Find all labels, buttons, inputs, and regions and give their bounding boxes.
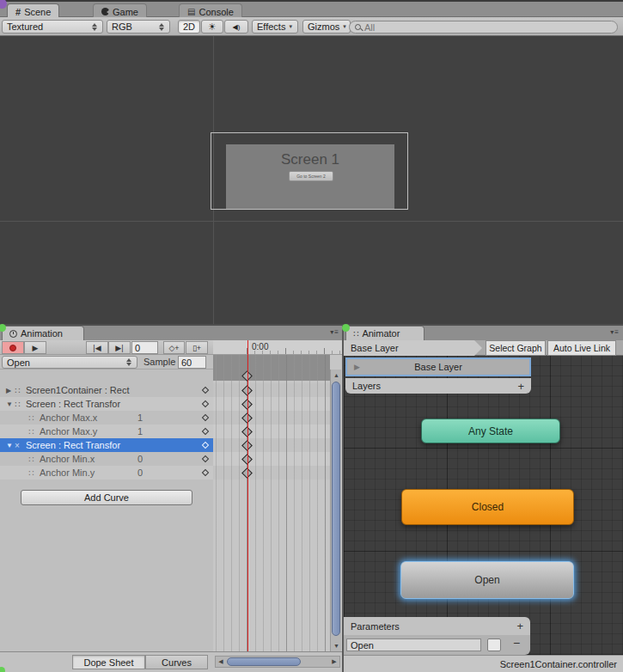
2d-toggle-button[interactable]: 2D xyxy=(178,20,200,34)
panel-menu-icon[interactable]: ▾≡ xyxy=(330,328,339,336)
updown-icon xyxy=(159,23,165,31)
anim-row-anchor-max-y[interactable]: ∷ Anchor Max.y 1 xyxy=(0,425,213,438)
scroll-left-icon[interactable]: ◀ xyxy=(216,657,226,667)
corner-dot-green xyxy=(0,667,5,672)
row-value[interactable]: 0 xyxy=(137,467,143,478)
keyframe-diamond-icon[interactable] xyxy=(202,442,209,449)
add-layer-button[interactable]: + xyxy=(517,380,524,393)
frame-input[interactable] xyxy=(132,342,157,353)
add-curve-button[interactable]: Add Curve xyxy=(21,490,192,505)
layers-bar[interactable]: Layers + xyxy=(345,378,531,394)
add-event-button[interactable]: ▯+ xyxy=(186,341,208,354)
add-parameter-button[interactable]: + xyxy=(516,620,523,632)
scrollbar-thumb[interactable] xyxy=(332,382,340,636)
timeline-row xyxy=(213,383,330,397)
keyframe-diamond-icon[interactable] xyxy=(202,414,209,421)
scroll-up-icon[interactable]: ▲ xyxy=(331,370,342,381)
state-node-open[interactable]: Open xyxy=(400,561,574,599)
tab-game-label: Game xyxy=(113,7,138,17)
tab-animation-label: Animation xyxy=(21,328,63,339)
dope-sheet-timeline[interactable]: 0:00 ▲ ▼ xyxy=(213,340,342,651)
panel-menu-icon[interactable]: ▾≡ xyxy=(610,328,620,336)
auto-live-link-button[interactable]: Auto Live Link xyxy=(547,340,616,356)
first-key-button[interactable]: |◀ xyxy=(86,341,108,354)
anim-row-anchor-min-x[interactable]: ∷ Anchor Min.x 0 xyxy=(0,452,213,466)
lighting-toggle-button[interactable]: ☀ xyxy=(201,20,223,34)
effects-dropdown[interactable]: Effects ▾ xyxy=(252,20,298,34)
add-keyframe-button[interactable]: ◇+ xyxy=(163,341,185,354)
tab-animation[interactable]: Animation xyxy=(2,326,84,340)
horizontal-scrollbar[interactable]: ◀ ▶ xyxy=(215,656,340,668)
sample-input[interactable] xyxy=(179,357,205,368)
anchor-icon: ∷ xyxy=(28,413,40,423)
anim-row-screen-rect2-selected[interactable]: ▼ × Screen : Rect Transfor xyxy=(0,438,213,452)
parameter-name-field[interactable] xyxy=(346,638,481,651)
screen1-panel[interactable]: Screen 1 Go to Screen 2 xyxy=(226,144,394,209)
timeline-row xyxy=(213,452,330,466)
clip-dropdown[interactable]: Open xyxy=(2,356,137,369)
timeline-row xyxy=(213,466,330,480)
screen1-title: Screen 1 xyxy=(226,151,394,168)
select-graph-button[interactable]: Select Graph xyxy=(486,340,546,356)
twisty-icon[interactable]: ▶ xyxy=(6,387,15,394)
state-node-any-state[interactable]: Any State xyxy=(421,418,560,443)
animation-clip-row: Open Sample xyxy=(0,355,213,370)
state-machine-graph[interactable]: ▶ Base Layer Layers + Any State Closed O… xyxy=(344,356,623,655)
record-button[interactable] xyxy=(2,341,24,354)
clip-summary-band xyxy=(213,355,330,381)
play-button[interactable]: ▶ xyxy=(24,341,46,354)
gizmos-dropdown[interactable]: Gizmos ▾ xyxy=(302,20,351,34)
anim-row-screen1container[interactable]: ▶ ∷ Screen1Container : Rect xyxy=(0,383,213,397)
anim-row-anchor-min-y[interactable]: ∷ Anchor Min.y 0 xyxy=(0,466,213,480)
anim-row-screen-rect1[interactable]: ▼ ∷ Screen : Rect Transfor xyxy=(0,397,213,411)
keyframe-diamond-icon[interactable] xyxy=(202,400,209,407)
parameter-checkbox[interactable] xyxy=(487,638,501,651)
remove-parameter-button[interactable]: − xyxy=(513,636,520,650)
scene-search-field[interactable] xyxy=(349,21,618,34)
keyframe-diamond-icon[interactable] xyxy=(202,469,209,476)
state-node-closed[interactable]: Closed xyxy=(401,489,574,525)
keyframe-diamond-icon[interactable] xyxy=(202,455,209,462)
row-value[interactable]: 1 xyxy=(137,426,143,437)
scene-viewport[interactable]: Screen 1 Go to Screen 2 xyxy=(0,36,623,324)
rect-transform-icon: × xyxy=(15,441,26,450)
row-value[interactable]: 1 xyxy=(137,412,143,423)
playhead[interactable] xyxy=(247,340,248,651)
audio-toggle-button[interactable]: ◀) xyxy=(224,20,248,34)
keyframe-diamond-icon[interactable] xyxy=(202,428,209,435)
parameters-header[interactable]: Parameters + xyxy=(344,617,530,635)
tab-scene-label: Scene xyxy=(24,7,51,17)
curves-button[interactable]: Curves xyxy=(145,655,208,669)
row-label: Anchor Max.x xyxy=(40,412,97,423)
animator-icon: ∷ xyxy=(353,329,358,339)
draw-mode-dropdown[interactable]: Textured xyxy=(2,20,103,34)
render-mode-dropdown[interactable]: RGB xyxy=(107,20,170,34)
vertical-scrollbar[interactable]: ▲ ▼ xyxy=(330,370,341,651)
last-key-button[interactable]: ▶| xyxy=(108,341,131,354)
view-tab-bar: # Scene Game ▤ Console xyxy=(0,0,623,17)
anim-row-anchor-max-x[interactable]: ∷ Anchor Max.x 1 xyxy=(0,411,213,425)
row-value[interactable]: 0 xyxy=(137,454,143,464)
goto-screen2-button[interactable]: Go to Screen 2 xyxy=(289,171,333,181)
search-input[interactable] xyxy=(364,22,612,33)
keyframe-diamond-icon[interactable] xyxy=(202,387,209,394)
frame-field[interactable] xyxy=(131,341,158,354)
layer-item-base-layer[interactable]: ▶ Base Layer xyxy=(345,357,531,376)
chevron-down-icon: ▾ xyxy=(343,23,346,30)
tab-animator[interactable]: ∷ Animator xyxy=(345,326,424,340)
animation-tabstrip: Animation ▾≡ xyxy=(0,326,342,340)
timeline-row xyxy=(213,397,330,411)
timeline-ruler[interactable]: 0:00 xyxy=(213,340,342,355)
scroll-down-icon[interactable]: ▼ xyxy=(331,640,342,651)
scroll-right-icon[interactable]: ▶ xyxy=(329,657,339,667)
twisty-icon[interactable]: ▼ xyxy=(6,400,15,408)
dope-sheet-button[interactable]: Dope Sheet xyxy=(72,655,145,669)
scrollbar-thumb[interactable] xyxy=(227,657,301,666)
breadcrumb[interactable]: Base Layer xyxy=(344,340,474,356)
sun-icon: ☀ xyxy=(208,21,217,33)
timeline-row xyxy=(213,411,330,425)
sample-field[interactable] xyxy=(178,356,206,369)
twisty-icon[interactable]: ▼ xyxy=(6,442,15,449)
parameter-name-input[interactable] xyxy=(347,639,480,651)
scene-grid-hline xyxy=(0,221,623,222)
